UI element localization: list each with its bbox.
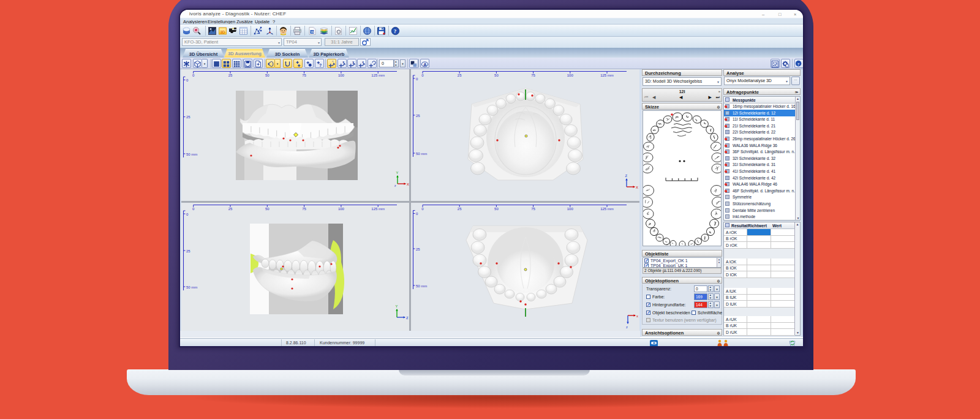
svg-text:3D: 3D bbox=[220, 29, 225, 34]
svg-text:x: x bbox=[342, 60, 344, 64]
svg-text:25: 25 bbox=[186, 115, 190, 119]
svg-text:75: 75 bbox=[531, 74, 535, 77]
svg-text:Z: Z bbox=[625, 174, 628, 178]
svg-text:0: 0 bbox=[421, 74, 424, 77]
svg-text:50 mm: 50 mm bbox=[416, 152, 427, 156]
svg-text:?: ? bbox=[797, 62, 800, 66]
svg-text:0: 0 bbox=[192, 74, 195, 77]
svg-text:Y: Y bbox=[396, 304, 398, 308]
svg-text:125 mm: 125 mm bbox=[371, 207, 385, 211]
svg-text:z: z bbox=[362, 60, 364, 64]
svg-text:100: 100 bbox=[338, 74, 345, 77]
svg-text:75: 75 bbox=[531, 207, 535, 211]
svg-text:50: 50 bbox=[265, 74, 270, 77]
svg-text:0: 0 bbox=[416, 77, 418, 81]
svg-text:50: 50 bbox=[265, 207, 270, 211]
svg-text:0: 0 bbox=[186, 78, 189, 82]
svg-text:0: 0 bbox=[416, 212, 418, 216]
svg-text:100: 100 bbox=[567, 74, 574, 77]
svg-text:25: 25 bbox=[228, 74, 233, 77]
svg-text:25: 25 bbox=[186, 249, 190, 253]
svg-text:W: W bbox=[311, 30, 315, 34]
svg-text:A: A bbox=[423, 62, 427, 67]
svg-text:?: ? bbox=[319, 63, 322, 67]
svg-text:z: z bbox=[394, 184, 396, 187]
svg-text:0: 0 bbox=[192, 207, 195, 211]
svg-text:100: 100 bbox=[567, 207, 574, 211]
svg-text:Y: Y bbox=[396, 171, 399, 175]
svg-text:°: ° bbox=[332, 60, 333, 64]
svg-text:y: y bbox=[352, 60, 354, 64]
svg-text:75: 75 bbox=[302, 74, 306, 77]
svg-text:125 mm: 125 mm bbox=[600, 207, 614, 211]
svg-text:50 mm: 50 mm bbox=[416, 284, 427, 288]
svg-text:75: 75 bbox=[302, 207, 306, 211]
svg-text:25: 25 bbox=[416, 247, 420, 251]
svg-text:125 mm: 125 mm bbox=[600, 74, 614, 77]
svg-text:50: 50 bbox=[494, 74, 499, 77]
svg-text:100: 100 bbox=[338, 207, 345, 211]
svg-text:X: X bbox=[636, 186, 638, 189]
svg-text:Z: Z bbox=[406, 316, 409, 320]
svg-text:25: 25 bbox=[416, 114, 420, 118]
svg-text:z: z bbox=[626, 325, 628, 329]
svg-text:25: 25 bbox=[228, 207, 233, 211]
svg-text:125 mm: 125 mm bbox=[371, 74, 385, 77]
svg-text:50 mm: 50 mm bbox=[186, 153, 197, 156]
svg-text:?: ? bbox=[394, 28, 397, 34]
svg-text:50: 50 bbox=[494, 207, 499, 211]
svg-text:25: 25 bbox=[458, 207, 462, 211]
svg-text:25: 25 bbox=[458, 74, 462, 77]
svg-text:0: 0 bbox=[421, 207, 424, 211]
svg-text:0: 0 bbox=[186, 213, 189, 216]
svg-text:50 mm: 50 mm bbox=[186, 285, 197, 289]
svg-text:x: x bbox=[636, 314, 638, 318]
